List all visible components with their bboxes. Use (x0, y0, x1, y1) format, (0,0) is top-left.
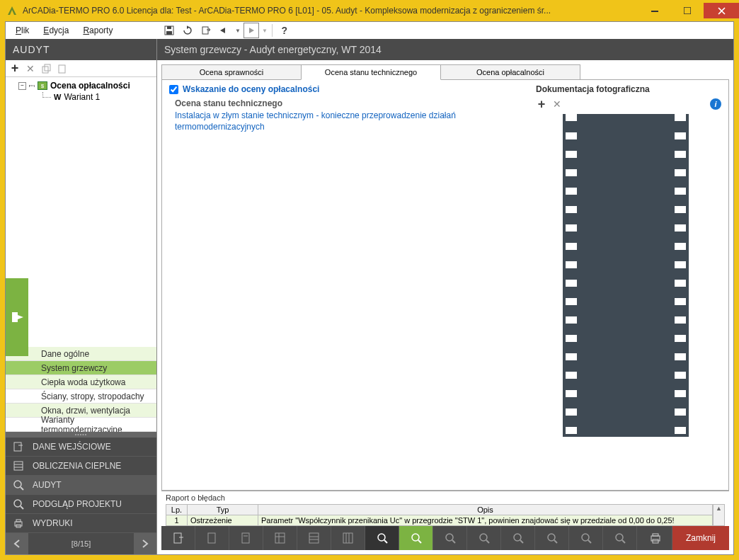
bottom-btn-6[interactable] (331, 526, 365, 550)
paste-icon[interactable] (55, 62, 68, 75)
bottom-btn-13[interactable] (569, 526, 603, 550)
svg-rect-4 (166, 31, 172, 35)
pager-next-button[interactable] (134, 533, 156, 554)
variant-icon: W (54, 93, 61, 101)
bottom-btn-14[interactable] (603, 526, 637, 550)
close-app-button[interactable]: Zamknij (672, 526, 729, 550)
svg-point-39 (480, 534, 487, 541)
toolbar: ▼ ▼ ? (161, 22, 292, 39)
col-lp: Lp. (166, 505, 188, 515)
bottom-btn-1[interactable] (161, 526, 195, 550)
nav-dane-wejsciowe[interactable]: DANE WEJŚCIOWE (6, 438, 156, 457)
report-scrollbar[interactable]: ▲ (713, 504, 725, 526)
svg-rect-0 (651, 11, 658, 12)
bottom-btn-7-active[interactable] (365, 526, 399, 550)
svg-rect-3 (167, 26, 171, 29)
audit-section-list: Dane ogólne System grzewczy Ciepła woda … (6, 347, 156, 432)
audit-icon (11, 479, 25, 491)
svg-rect-50 (653, 534, 658, 536)
svg-line-16 (21, 506, 23, 509)
add-icon[interactable]: + (8, 62, 21, 75)
tab-ocena-stanu[interactable]: Ocena stanu technicznego (301, 64, 441, 80)
tab-ocena-oplacalnosci[interactable]: Ocena opłacalności (440, 64, 580, 80)
app-logo-icon (6, 4, 18, 17)
svg-line-14 (21, 487, 23, 490)
description-text: Instalacja w złym stanie technicznym - k… (169, 110, 523, 132)
doc-toolbar: + ✕ i (536, 98, 721, 110)
minimize-button[interactable] (638, 3, 671, 18)
svg-rect-22 (242, 533, 249, 543)
info-icon[interactable]: i (710, 98, 721, 110)
svg-line-46 (588, 540, 591, 543)
sidebar-toolbar: + ✕ (6, 60, 156, 77)
menu-file[interactable]: Plik (8, 23, 36, 38)
svg-rect-21 (208, 533, 215, 543)
svg-line-34 (384, 540, 387, 543)
svg-rect-6 (42, 67, 48, 73)
redo-icon[interactable] (244, 23, 259, 38)
tree-node-variant[interactable]: W Wariant 1 (6, 91, 156, 103)
copy-icon[interactable] (40, 62, 52, 75)
maximize-button[interactable] (671, 3, 704, 18)
bottom-btn-9[interactable] (433, 526, 467, 550)
bottom-btn-12[interactable] (535, 526, 569, 550)
nav-wydruki[interactable]: WYDRUKI (6, 514, 156, 533)
nav-audyt[interactable]: AUDYT (6, 476, 156, 495)
svg-rect-27 (309, 533, 319, 543)
bottom-btn-10[interactable] (467, 526, 501, 550)
svg-point-47 (616, 534, 623, 541)
svg-line-44 (554, 540, 557, 543)
report-row[interactable]: 1 Ostrzeżenie Parametr "Współczynnik prz… (166, 515, 713, 526)
add-photo-icon[interactable]: + (536, 98, 547, 110)
bottom-btn-4[interactable] (263, 526, 297, 550)
bottom-btn-2[interactable] (195, 526, 229, 550)
audit-item-ciepla-woda[interactable]: Ciepła woda użytkowa (6, 375, 156, 389)
print-button[interactable] (638, 526, 672, 550)
svg-point-41 (514, 534, 521, 541)
close-button[interactable] (704, 3, 739, 18)
bottom-btn-5[interactable] (297, 526, 331, 550)
nav-obliczenia[interactable]: OBLICZENIA CIEPLNE (6, 457, 156, 476)
profitability-checkbox-row[interactable]: Wskazanie do oceny opłacalności (169, 84, 523, 94)
export-icon[interactable] (198, 23, 214, 38)
svg-rect-7 (45, 64, 50, 71)
pager-prev-button[interactable] (6, 533, 28, 554)
tab-ocena-sprawnosci[interactable]: Ocena sprawności (161, 64, 302, 80)
svg-line-48 (622, 540, 625, 543)
svg-rect-18 (16, 520, 21, 522)
audit-item-warianty[interactable]: Warianty termomodernizacyjne (6, 418, 156, 432)
expand-arrow-tab[interactable] (6, 278, 28, 356)
menu-reports[interactable]: Raporty (76, 23, 120, 38)
svg-rect-9 (14, 442, 21, 451)
bottom-btn-3[interactable] (229, 526, 263, 550)
doc-title: Dokumentacja fotograficzna (536, 84, 650, 94)
help-icon[interactable]: ? (277, 23, 292, 38)
menu-edit[interactable]: Edycja (36, 23, 76, 38)
svg-rect-5 (202, 27, 208, 34)
svg-point-45 (582, 534, 589, 541)
undo-icon[interactable] (217, 23, 232, 38)
delete-icon[interactable]: ✕ (24, 62, 37, 75)
profitability-checkbox[interactable] (169, 85, 178, 94)
tree-node-root[interactable]: − $ Ocena opłacalności (6, 80, 156, 91)
svg-rect-24 (275, 533, 285, 543)
print-icon (11, 518, 25, 529)
titlebar: ArCADia-TERMO PRO 6.0 Licencja dla: Test… (0, 0, 739, 21)
svg-rect-30 (343, 533, 353, 543)
svg-point-33 (378, 534, 385, 541)
menubar: Plik Edycja Raporty (6, 22, 733, 39)
bottom-btn-8-green[interactable] (399, 526, 433, 550)
filmstrip-placeholder (563, 114, 689, 437)
save-icon[interactable] (161, 23, 177, 38)
audit-item-system-grzewczy[interactable]: System grzewczy (6, 361, 156, 375)
audit-item-sciany[interactable]: Ściany, stropy, stropodachy (6, 389, 156, 404)
nav-podglad[interactable]: PODGLĄD PROJEKTU (6, 495, 156, 514)
section-grip[interactable]: ••••• (6, 432, 156, 438)
calc-icon (11, 460, 25, 472)
remove-photo-icon[interactable]: ✕ (551, 98, 563, 110)
report-area: Raport o błędach Lp. Typ Opis 1 (161, 491, 729, 526)
svg-line-42 (520, 540, 523, 543)
bottom-btn-11[interactable] (501, 526, 535, 550)
refresh-icon[interactable] (180, 23, 195, 38)
svg-point-35 (412, 534, 419, 541)
